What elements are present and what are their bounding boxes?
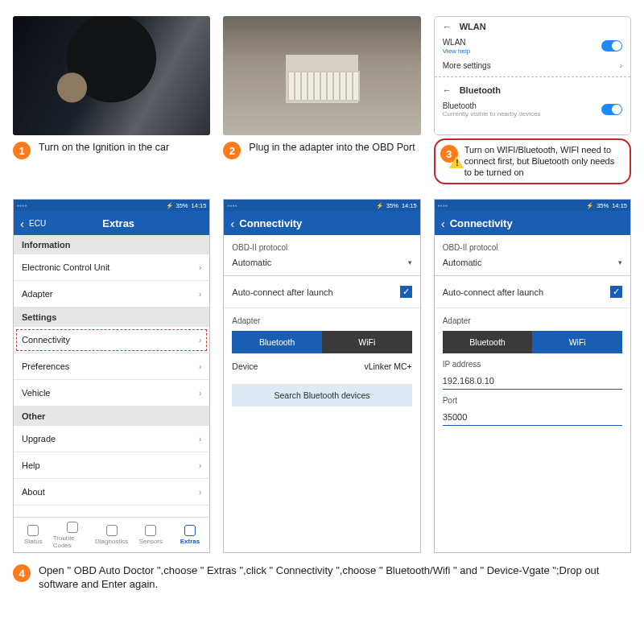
phone-connectivity-wifi: ◦◦◦◦ ⚡35%14:15 ‹ Connectivity OBD-II pro… [434, 199, 631, 553]
appbar-title: Extras [46, 217, 191, 229]
back-arrow-icon[interactable]: ← [443, 85, 452, 95]
auto-connect-label: Auto-connect after launch [443, 287, 543, 297]
section-settings: Settings [14, 308, 209, 327]
seg-wifi[interactable]: WiFi [322, 331, 412, 353]
auto-connect-checkbox[interactable]: ✓ [400, 286, 412, 298]
wlan-more-settings[interactable]: More settings › [435, 58, 630, 73]
chevron-right-icon: › [199, 461, 201, 470]
obd-protocol-select[interactable]: Automatic ▾ [224, 254, 419, 276]
device-label: Device [232, 361, 258, 371]
phone-extras-screen: ◦◦◦◦ ⚡35%14:15 ‹ ECU Extras Information … [13, 199, 210, 553]
chevron-right-icon: › [199, 389, 201, 398]
back-button[interactable]: ‹ [20, 217, 24, 230]
item-about[interactable]: About› [14, 479, 209, 506]
chevron-right-icon: › [620, 61, 622, 70]
item-connectivity[interactable]: Connectivity› [14, 327, 209, 353]
seg-bluetooth[interactable]: Bluetooth [443, 331, 533, 353]
appbar-title: Connectivity [450, 217, 624, 229]
bluetooth-label: Bluetooth [443, 101, 541, 111]
chevron-right-icon: › [199, 362, 201, 371]
chevron-right-icon: › [199, 336, 201, 345]
bluetooth-sub: Currently visible to nearby devices [443, 110, 541, 118]
item-vehicle[interactable]: Vehicle› [14, 380, 209, 407]
bluetooth-header: Bluetooth [460, 85, 501, 95]
phone-connectivity-bt: ◦◦◦◦ ⚡35%14:15 ‹ Connectivity OBD-II pro… [223, 199, 420, 553]
tab-trouble-codes[interactable]: Trouble Codes [53, 518, 93, 552]
back-label: ECU [29, 219, 46, 228]
seg-bluetooth[interactable]: Bluetooth [232, 331, 322, 353]
caret-down-icon: ▾ [408, 258, 412, 266]
ignition-photo [13, 16, 210, 135]
chevron-right-icon: › [199, 488, 201, 497]
step2-badge: 2 [223, 142, 241, 159]
section-other: Other [14, 407, 209, 426]
obd-protocol-label: OBD-II protocol [224, 235, 419, 254]
auto-connect-checkbox[interactable]: ✓ [610, 286, 622, 298]
step1-badge: 1 [13, 142, 31, 159]
tab-status[interactable]: Status [14, 518, 53, 552]
tab-bar: Status Trouble Codes Diagnostics Sensors… [14, 517, 209, 552]
step3-text: Turn on WIFI/Bluetooth, WIFI need to con… [464, 145, 623, 178]
item-upgrade[interactable]: Upgrade› [14, 426, 209, 452]
adapter-label: Adapter [435, 308, 630, 328]
wlan-view-help[interactable]: View help [443, 47, 471, 55]
item-preferences[interactable]: Preferences› [14, 353, 209, 380]
chevron-right-icon: › [199, 263, 201, 272]
step2-text: Plug in the adapter into the OBD Port [249, 142, 415, 155]
seg-wifi[interactable]: WiFi [532, 331, 622, 353]
section-information: Information [14, 235, 209, 254]
wlan-label: WLAN [443, 38, 471, 47]
appbar-title: Connectivity [239, 217, 413, 229]
adapter-segmented: Bluetooth WiFi [443, 331, 622, 353]
adapter-segmented: Bluetooth WiFi [232, 331, 411, 353]
bluetooth-toggle[interactable] [601, 104, 622, 115]
wlan-settings-panel: ← WLAN WLAN View help More settings › ← … [434, 16, 631, 135]
tab-sensors[interactable]: Sensors [131, 518, 171, 552]
auto-connect-label: Auto-connect after launch [232, 287, 332, 297]
port-label: Port [435, 390, 630, 407]
step4-badge: 4 [13, 564, 31, 582]
chevron-right-icon: › [199, 290, 201, 299]
obd-protocol-label: OBD-II protocol [435, 235, 630, 254]
step4-text: Open " OBD Auto Doctor ",choose " Extras… [39, 564, 631, 591]
status-bar: ◦◦◦◦ ⚡35%14:15 [224, 200, 419, 211]
status-bar: ◦◦◦◦ ⚡35%14:15 [14, 200, 209, 211]
obd-protocol-select[interactable]: Automatic ▾ [435, 254, 630, 276]
item-help[interactable]: Help› [14, 452, 209, 479]
wlan-toggle[interactable] [601, 40, 622, 52]
tab-extras[interactable]: Extras [171, 518, 210, 552]
device-value: vLinker MC+ [364, 361, 411, 371]
ip-label: IP address [435, 353, 630, 371]
item-adapter[interactable]: Adapter› [14, 281, 209, 308]
chevron-right-icon: › [199, 435, 201, 444]
back-button[interactable]: ‹ [441, 217, 445, 230]
search-bluetooth-button[interactable]: Search Bluetooth devices [232, 384, 411, 407]
step1-text: Turn on the Ignition in the car [39, 142, 169, 155]
wlan-header: WLAN [460, 22, 486, 31]
port-input[interactable]: 35000 [443, 409, 622, 426]
ip-input[interactable]: 192.168.0.10 [443, 373, 622, 390]
item-ecu[interactable]: Electronic Control Unit› [14, 254, 209, 281]
back-button[interactable]: ‹ [230, 217, 234, 230]
status-bar: ◦◦◦◦ ⚡35%14:15 [435, 200, 630, 211]
back-arrow-icon[interactable]: ← [443, 22, 452, 31]
adapter-label: Adapter [224, 308, 419, 328]
obd-port-photo [223, 16, 420, 135]
caret-down-icon: ▾ [618, 258, 622, 266]
tab-diagnostics[interactable]: Diagnostics [92, 518, 131, 552]
